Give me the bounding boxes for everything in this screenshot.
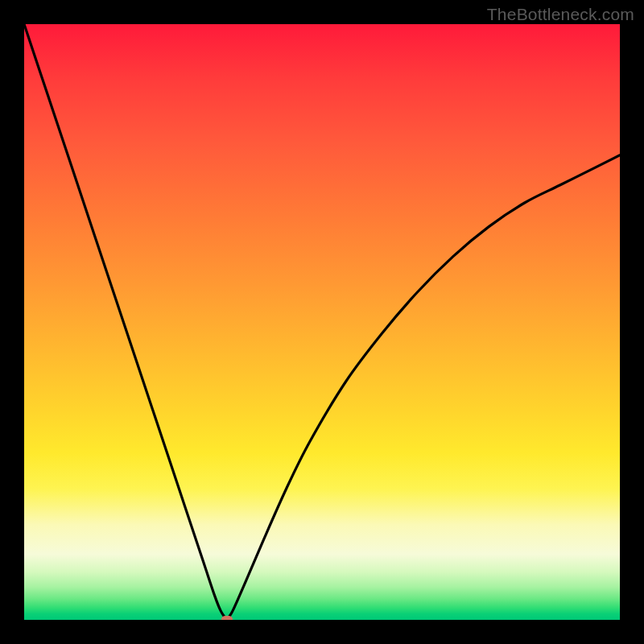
minimum-marker (221, 616, 233, 620)
watermark-text: TheBottleneck.com (487, 5, 634, 24)
bottleneck-curve-path (24, 24, 620, 620)
chart-curve-svg (24, 24, 620, 620)
chart-plot-area (24, 24, 620, 620)
